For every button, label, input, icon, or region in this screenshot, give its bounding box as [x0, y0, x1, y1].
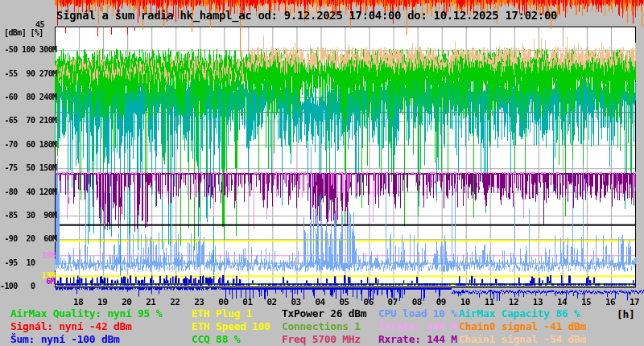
x-axis-tick: 13 — [533, 297, 543, 307]
x-axis-tick: 12 — [509, 297, 518, 307]
x-axis-tick: 00 — [218, 297, 228, 307]
x-axis-tick: 19 — [97, 297, 107, 307]
legend-txpower: TxPower 26 dBm — [282, 307, 366, 319]
y-axis-row: -95 10 — [0, 258, 35, 267]
x-axis-tick: 14 — [557, 297, 567, 307]
y-axis-row: -70 60 180M — [0, 140, 56, 149]
rate-marker-label: 6M — [46, 277, 55, 286]
graph-title: Signál a šum radia hk_hampl_ac od: 9.12.… — [56, 9, 557, 22]
x-axis-tick: 21 — [146, 297, 155, 307]
y-axis-row: -85 30 90M — [0, 211, 56, 220]
x-axis-unit-label: [h] — [617, 308, 635, 320]
legend-rxrate: Rxrate: 144 M — [378, 333, 457, 345]
x-axis-tick: 16 — [605, 297, 615, 307]
x-axis-tick: 06 — [364, 297, 374, 307]
legend-cpu-load: CPU load 10 % — [378, 307, 457, 319]
legend-ccq: CCQ 88 % — [192, 333, 240, 345]
x-axis-tick: 23 — [194, 297, 204, 307]
y-axis-unit-label: [dBm] [%] — [4, 28, 43, 37]
x-axis-tick: 02 — [266, 297, 276, 307]
legend-noise: Šum: nyní -100 dBm — [10, 333, 119, 345]
x-axis-tick: 11 — [485, 297, 494, 307]
x-axis-tick: 22 — [170, 297, 180, 307]
legend-signal: Signál: nyní -42 dBm — [10, 320, 132, 332]
x-axis-tick: 03 — [291, 297, 300, 307]
graph-canvas — [0, 0, 644, 304]
legend-eth-plug: ETH Plug 1 — [192, 307, 252, 319]
x-axis-tick: 01 — [242, 297, 252, 307]
legend-eth-speed: ETH Speed 100 — [192, 320, 270, 332]
x-axis-tick: 08 — [412, 297, 422, 307]
y-axis-row: -55 90 270M — [0, 69, 56, 78]
y-axis-row: -60 80 240M — [0, 93, 56, 101]
radio-monitoring-graph: Signál a šum radia hk_hampl_ac od: 9.12.… — [0, 0, 644, 346]
legend-chain1-signal: Chain1 signal -54 dBm — [459, 333, 586, 345]
x-axis-tick: 20 — [122, 297, 131, 307]
y-axis-row: -50 100 300M — [0, 45, 56, 54]
rate-marker-label: 39M — [42, 251, 55, 260]
legend-connections: Connections 1 — [282, 320, 361, 332]
x-axis-tick: 17 — [630, 297, 639, 307]
x-axis-tick: 10 — [460, 297, 470, 307]
legend-airmax-quality: AirMax Quality: nyní 95 % — [10, 307, 162, 319]
legend-txrate: Txrate: 144 M — [378, 320, 457, 332]
y-axis-row: -80 40 120M — [0, 187, 56, 196]
x-axis-tick: 07 — [388, 297, 398, 307]
y-axis-row: -90 20 60M — [0, 234, 56, 243]
legend-airmax-capacity: AirMax Capacity 86 % — [459, 307, 580, 319]
y-axis-row: -65 70 210M — [0, 116, 56, 125]
x-axis-tick: 05 — [340, 297, 349, 307]
x-axis-tick: 15 — [581, 297, 591, 307]
legend-chain0-signal: Chain0 signal -41 dBm — [459, 320, 586, 332]
x-axis-tick: 04 — [315, 297, 324, 307]
x-axis-tick: 09 — [436, 297, 446, 307]
y-axis-row: -100 0 — [0, 282, 35, 290]
x-axis-tick: 18 — [73, 297, 83, 307]
y-axis-row: -75 50 150M — [0, 163, 56, 172]
legend-freq: Freq 5700 MHz — [282, 333, 361, 345]
